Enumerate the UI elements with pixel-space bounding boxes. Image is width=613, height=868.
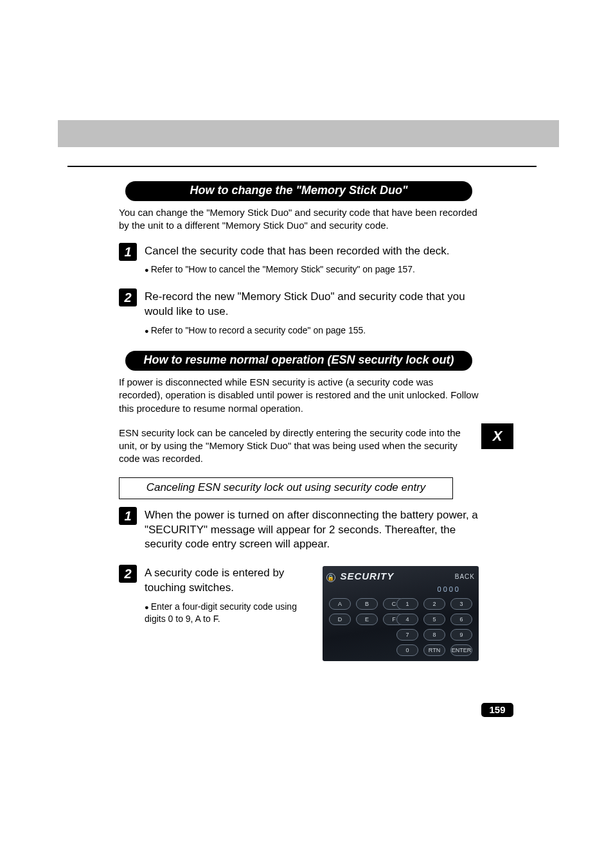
- section2-para2: ESN security lock can be canceled by dir…: [119, 427, 479, 466]
- step-subtext: Enter a four-digit security code using d…: [145, 601, 314, 625]
- device-title: SECURITY: [340, 571, 394, 581]
- key-7[interactable]: 7: [396, 629, 418, 641]
- header-grey-bar: [58, 120, 559, 147]
- chapter-tab: X: [481, 423, 513, 449]
- back-button[interactable]: BACK: [455, 573, 475, 580]
- key-9[interactable]: 9: [450, 629, 472, 641]
- key-rtn[interactable]: RTN: [423, 644, 445, 656]
- step-title: A security code is entered by touching s…: [145, 566, 314, 596]
- key-5[interactable]: 5: [423, 614, 445, 625]
- key-2[interactable]: 2: [423, 598, 445, 610]
- section1-heading: How to change the "Memory Stick Duo": [125, 181, 472, 201]
- lock-icon: 🔒: [326, 573, 335, 582]
- page-content: How to change the "Memory Stick Duo" You…: [119, 181, 479, 675]
- section2-heading: How to resume normal operation (ESN secu…: [125, 351, 472, 371]
- section2-subheading: Canceling ESN security lock out using se…: [119, 477, 453, 499]
- key-e[interactable]: E: [356, 614, 378, 625]
- key-4[interactable]: 4: [396, 614, 418, 625]
- key-8[interactable]: 8: [423, 629, 445, 641]
- section1-intro: You can change the "Memory Stick Duo" an…: [119, 206, 479, 233]
- step-title: Re-record the new "Memory Stick Duo" and…: [145, 290, 479, 319]
- step-title: When the power is turned on after discon…: [145, 508, 479, 553]
- key-b[interactable]: B: [356, 598, 378, 610]
- key-enter[interactable]: ENTER: [450, 644, 472, 656]
- security-device-screen: 🔒 SECURITY BACK 0000 A B C D E F 1 2: [323, 566, 479, 661]
- key-d[interactable]: D: [329, 614, 351, 625]
- section1-step1: 1 Cancel the security code that has been…: [119, 244, 479, 276]
- step-number-badge: 2: [119, 288, 137, 306]
- page-number: 159: [481, 703, 513, 717]
- key-0[interactable]: 0: [396, 644, 418, 656]
- step-number-badge: 1: [119, 507, 137, 525]
- section2-step1: 1 When the power is turned on after disc…: [119, 508, 479, 553]
- key-1[interactable]: 1: [396, 598, 418, 610]
- numeric-keypad: 1 2 3 4 5 6 7 8 9 0 RTN ENTER: [396, 598, 472, 656]
- section2-step2: 2 A security code is entered by touching…: [119, 566, 479, 661]
- key-3[interactable]: 3: [450, 598, 472, 610]
- horizontal-rule: [67, 166, 537, 167]
- step-number-badge: 2: [119, 565, 137, 583]
- key-6[interactable]: 6: [450, 614, 472, 625]
- step-subtext: Refer to "How to cancel the "Memory Stic…: [145, 263, 479, 276]
- hex-keypad: A B C D E F: [329, 598, 405, 625]
- step-number-badge: 1: [119, 243, 137, 261]
- step-subtext: Refer to "How to record a security code"…: [145, 324, 479, 337]
- code-display: 0000: [438, 585, 461, 593]
- section2-para1: If power is disconnected while ESN secur…: [119, 376, 479, 415]
- key-a[interactable]: A: [329, 598, 351, 610]
- section1-step2: 2 Re-record the new "Memory Stick Duo" a…: [119, 290, 479, 337]
- step-title: Cancel the security code that has been r…: [145, 244, 479, 259]
- device-title-wrap: 🔒 SECURITY: [326, 571, 394, 582]
